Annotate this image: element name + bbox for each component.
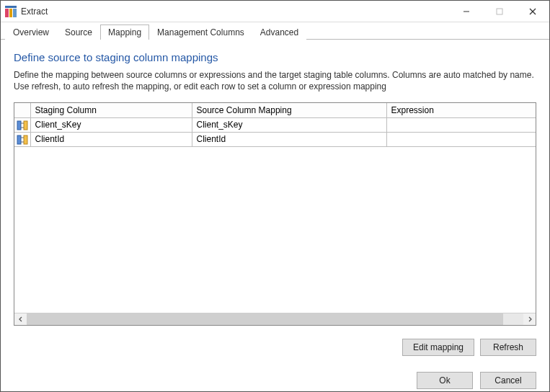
window-title: Extract [21, 6, 48, 17]
ok-button[interactable]: Ok [417, 372, 473, 389]
cell-expression[interactable] [386, 117, 536, 132]
svg-rect-5 [24, 121, 27, 130]
header-staging-column[interactable]: Staging Column [30, 103, 192, 117]
svg-rect-9 [24, 135, 27, 144]
svg-rect-8 [17, 135, 21, 144]
cancel-button[interactable]: Cancel [480, 372, 536, 389]
titlebar: Extract [1, 1, 549, 22]
section-title: Define source to staging column mappings [14, 51, 536, 63]
horizontal-scrollbar[interactable] [14, 313, 536, 325]
cell-source[interactable]: ClientId [192, 132, 386, 146]
section-description: Define the mapping between source column… [14, 69, 536, 92]
edit-mapping-button[interactable]: Edit mapping [402, 339, 474, 356]
scroll-left-arrow[interactable] [14, 313, 27, 325]
refresh-button[interactable]: Refresh [480, 339, 536, 356]
dialog-button-row: Ok Cancel [1, 365, 549, 392]
mapping-grid: Staging Column Source Column Mapping Exp… [14, 102, 536, 326]
table-row[interactable]: Client_sKey Client_sKey [14, 117, 536, 132]
table-row[interactable]: ClientId ClientId [14, 132, 536, 146]
row-handle[interactable] [14, 132, 30, 146]
tab-overview[interactable]: Overview [5, 24, 57, 40]
close-button[interactable] [516, 1, 549, 22]
cell-source[interactable]: Client_sKey [192, 117, 386, 132]
grid-button-row: Edit mapping Refresh [1, 331, 549, 360]
scroll-track[interactable] [27, 313, 523, 325]
header-source-column[interactable]: Source Column Mapping [192, 103, 386, 117]
content-area: Define source to staging column mappings… [1, 40, 549, 331]
tab-advanced[interactable]: Advanced [252, 24, 306, 40]
cell-expression[interactable] [386, 132, 536, 146]
tab-mapping[interactable]: Mapping [100, 24, 149, 40]
cell-staging[interactable]: Client_sKey [30, 117, 192, 132]
svg-rect-4 [17, 121, 21, 130]
mapping-row-icon [17, 135, 28, 145]
header-expression[interactable]: Expression [386, 103, 536, 117]
tab-management-columns[interactable]: Management Columns [149, 24, 252, 40]
mapping-row-icon [17, 120, 28, 130]
app-icon [5, 6, 17, 17]
section-desc-line1: Define the mapping between source column… [14, 70, 534, 80]
section-desc-line2: Use refresh, to auto refresh the mapping… [14, 81, 386, 92]
row-handle[interactable] [14, 117, 30, 132]
svg-rect-1 [497, 9, 502, 14]
tab-strip: Overview Source Mapping Management Colum… [1, 22, 549, 40]
header-row-handle [14, 103, 30, 117]
table-header-row: Staging Column Source Column Mapping Exp… [14, 103, 536, 117]
scroll-right-arrow[interactable] [523, 313, 536, 325]
scroll-thumb[interactable] [27, 313, 503, 325]
tab-source[interactable]: Source [57, 24, 100, 40]
cell-staging[interactable]: ClientId [30, 132, 192, 146]
maximize-button[interactable] [483, 1, 516, 22]
minimize-button[interactable] [450, 1, 483, 22]
